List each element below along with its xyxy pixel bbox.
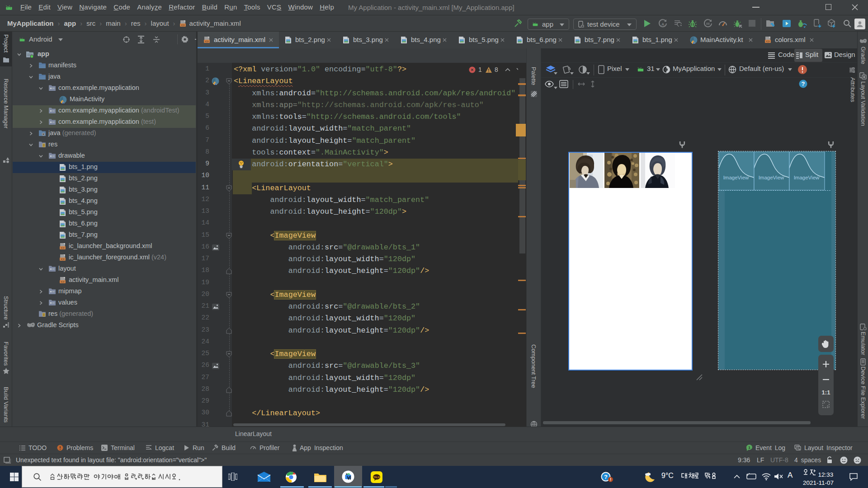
svg-text:<>: <> xyxy=(181,24,184,27)
svg-text:ImageView: ImageView xyxy=(794,175,820,180)
svg-text:<>: <> xyxy=(61,281,65,284)
svg-text:?: ? xyxy=(604,474,608,480)
svg-text:?: ? xyxy=(802,80,805,87)
svg-text:<>: <> xyxy=(205,40,209,43)
svg-text:<>: <> xyxy=(766,40,770,43)
svg-text:<>: <> xyxy=(61,258,65,261)
svg-text:1: 1 xyxy=(748,446,750,450)
svg-text:ImageView: ImageView xyxy=(759,175,784,180)
svg-text:A: A xyxy=(661,22,665,27)
svg-text:ImageView: ImageView xyxy=(723,175,749,180)
svg-text:TALK: TALK xyxy=(373,476,380,479)
svg-text:<>: <> xyxy=(61,247,65,250)
